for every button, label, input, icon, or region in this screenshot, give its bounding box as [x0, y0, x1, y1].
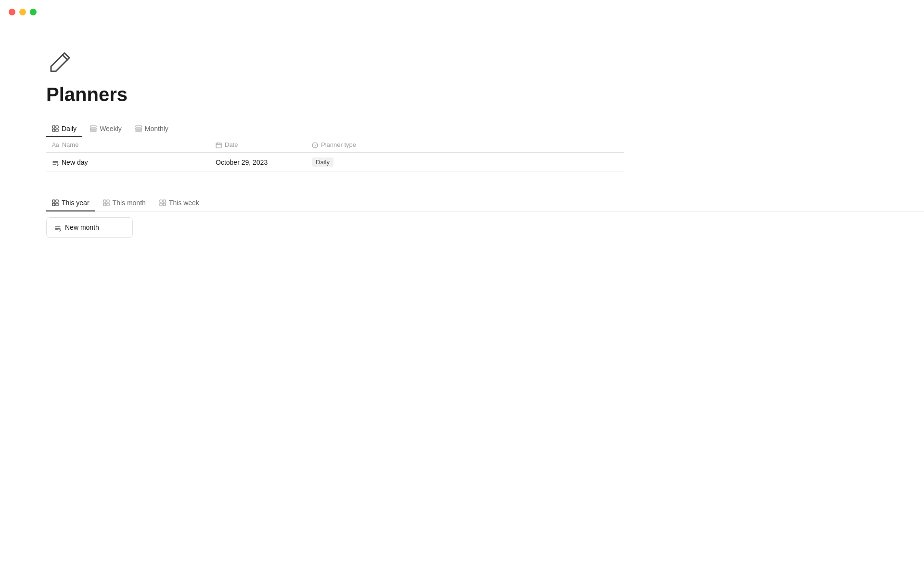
tab-monthly[interactable]: Monthly — [129, 121, 174, 137]
yearly-section: This year This month — [46, 195, 924, 237]
maximize-button[interactable] — [30, 9, 37, 15]
svg-rect-20 — [160, 200, 162, 202]
traffic-lights — [9, 9, 37, 15]
svg-rect-21 — [163, 200, 166, 202]
tab-this-week[interactable]: This week — [154, 195, 205, 211]
svg-rect-10 — [216, 143, 221, 148]
svg-rect-16 — [103, 200, 106, 202]
header-name: Aa Name — [46, 137, 210, 152]
svg-rect-7 — [136, 126, 141, 127]
minimize-button[interactable] — [19, 9, 26, 15]
tab-this-year-label: This year — [62, 199, 90, 207]
table-icon-this-month — [103, 199, 110, 206]
svg-rect-12 — [52, 200, 55, 202]
planner-tag: Daily — [312, 158, 334, 167]
page-title: Planners — [46, 84, 924, 105]
card-label: New month — [65, 223, 99, 231]
gallery-card-new-month[interactable]: New month — [46, 217, 133, 237]
tab-this-month-label: This month — [113, 199, 146, 207]
tab-daily-label: Daily — [62, 125, 77, 132]
table-row[interactable]: New day October 29, 2023 Daily — [46, 153, 624, 172]
header-date: Date — [210, 137, 306, 152]
daily-table: Aa Name Date — [46, 137, 624, 172]
header-rest — [402, 137, 624, 152]
aa-icon: Aa — [52, 142, 59, 148]
svg-rect-0 — [52, 126, 55, 128]
page-icon — [46, 48, 924, 76]
cell-date: October 29, 2023 — [210, 154, 306, 171]
close-button[interactable] — [9, 9, 15, 15]
svg-rect-5 — [90, 128, 96, 130]
svg-rect-22 — [160, 203, 162, 206]
tab-this-week-label: This week — [169, 199, 199, 207]
svg-rect-1 — [56, 126, 58, 128]
tab-weekly-label: Weekly — [100, 125, 122, 132]
main-content: Planners Daily Weekly — [0, 0, 924, 238]
tab-this-year[interactable]: This year — [46, 195, 95, 211]
gallery-container: New month — [46, 217, 924, 237]
svg-rect-23 — [163, 203, 166, 206]
table-icon-this-year — [52, 199, 59, 206]
svg-rect-8 — [136, 128, 141, 130]
svg-rect-13 — [56, 200, 58, 202]
svg-rect-15 — [56, 203, 58, 206]
calendar-icon — [216, 141, 222, 148]
tab-this-month[interactable]: This month — [97, 195, 152, 211]
cell-planner-type: Daily — [306, 153, 402, 171]
svg-rect-9 — [136, 131, 141, 131]
card-list-icon — [54, 223, 61, 231]
header-planner-type: Planner type — [306, 137, 402, 152]
daily-tabs: Daily Weekly Monthly — [46, 121, 924, 137]
cell-rest — [402, 158, 624, 167]
tab-monthly-label: Monthly — [145, 125, 168, 132]
cell-name: New day — [46, 154, 210, 171]
tab-weekly[interactable]: Weekly — [84, 121, 128, 137]
svg-rect-17 — [107, 200, 109, 202]
table-icon-monthly — [135, 125, 142, 132]
svg-rect-18 — [103, 203, 106, 206]
table-icon-this-week — [159, 199, 166, 206]
table-header: Aa Name Date — [46, 137, 624, 153]
clock-icon — [312, 141, 318, 148]
row-list-icon — [52, 158, 59, 166]
tab-daily[interactable]: Daily — [46, 121, 82, 137]
yearly-tabs: This year This month — [46, 195, 924, 211]
svg-rect-3 — [56, 129, 58, 131]
svg-rect-4 — [90, 126, 96, 127]
svg-rect-2 — [52, 129, 55, 131]
svg-rect-19 — [107, 203, 109, 206]
svg-rect-14 — [52, 203, 55, 206]
table-icon-daily — [52, 125, 59, 132]
table-icon-weekly — [90, 125, 97, 132]
svg-rect-6 — [90, 131, 96, 131]
